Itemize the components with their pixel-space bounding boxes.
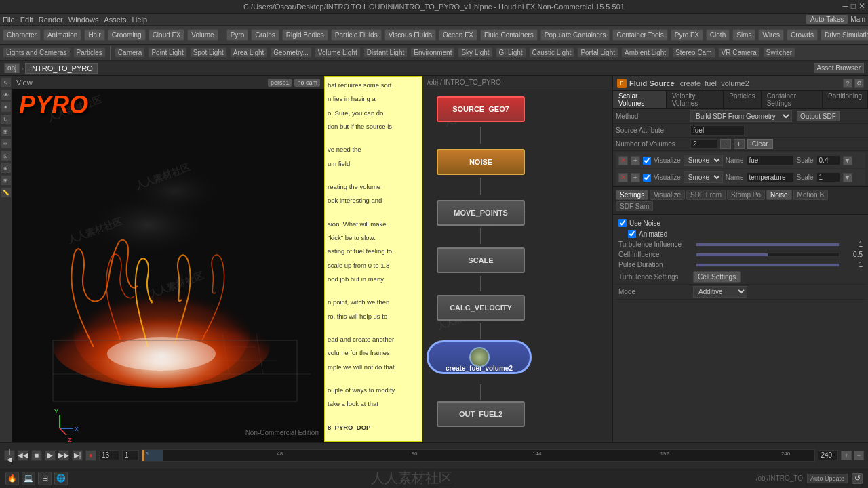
tab-particles[interactable]: Particles xyxy=(724,91,761,108)
vol1-expand-btn[interactable]: ▼ xyxy=(843,156,852,165)
point-light-btn[interactable]: Point Light xyxy=(148,47,186,58)
sub-tab-sdf-sam[interactable]: SDF Sam xyxy=(616,201,653,211)
vol2-visualize-dropdown[interactable]: Smoke Fire xyxy=(684,171,723,183)
menu-file[interactable]: File xyxy=(3,16,15,24)
end-frame-input[interactable] xyxy=(818,450,838,460)
cell-influence-track[interactable] xyxy=(696,253,840,257)
source-attr-input[interactable] xyxy=(690,125,745,136)
status-icon-2[interactable]: 💻 xyxy=(22,472,35,485)
start-frame-input[interactable] xyxy=(122,450,139,460)
status-icon-1[interactable]: 🔥 xyxy=(5,472,19,485)
shelf-particlefluids[interactable]: Particle Fluids xyxy=(331,29,382,41)
maximize-btn[interactable]: □ xyxy=(851,1,856,11)
tab-container-settings[interactable]: Container Settings xyxy=(762,91,823,108)
ambient-light-btn[interactable]: Ambient Light xyxy=(621,47,669,58)
switcher-btn[interactable]: Switcher xyxy=(763,47,795,58)
tl-prev-btn[interactable]: ◀◀ xyxy=(18,450,28,461)
tab-partitioning[interactable]: Partitioning xyxy=(823,91,868,108)
shelf-crowds[interactable]: Crowds xyxy=(787,29,818,41)
node-calc-velocity[interactable]: CALC_VELOCITY xyxy=(437,295,525,321)
shelf-volume[interactable]: Volume xyxy=(187,29,218,41)
tab-scalar-volumes[interactable]: Scalar Volumes xyxy=(613,91,667,108)
portal-light-btn[interactable]: Portal Light xyxy=(577,47,618,58)
shelf-pyro[interactable]: Pyro xyxy=(226,29,249,41)
minimize-btn[interactable]: ─ xyxy=(842,1,848,11)
auto-update-status[interactable]: Auto Update xyxy=(807,474,848,483)
auto-takes-btn[interactable]: Auto Takes xyxy=(806,15,848,24)
vol2-checkbox[interactable] xyxy=(643,174,651,182)
transform-tool[interactable]: ✦ xyxy=(1,102,12,113)
vol2-name-input[interactable] xyxy=(747,172,794,182)
method-dropdown[interactable]: Build SDF From Geometry xyxy=(690,110,792,122)
vol1-up-btn[interactable]: + xyxy=(631,156,640,165)
vol1-checkbox[interactable] xyxy=(643,157,651,165)
environment-btn[interactable]: Environment xyxy=(410,47,455,58)
num-volumes-minus[interactable]: − xyxy=(720,139,731,149)
clear-btn[interactable]: Clear xyxy=(747,139,773,149)
vol1-remove-btn[interactable]: ✕ xyxy=(618,156,628,165)
sky-light-btn[interactable]: Sky Light xyxy=(458,47,492,58)
sub-tab-stamp-po[interactable]: Stamp Po xyxy=(727,190,765,200)
sub-tab-noise[interactable]: Noise xyxy=(766,190,792,200)
tl-first-btn[interactable]: |◀ xyxy=(4,450,15,461)
shelf-rigidbodies[interactable]: Rigid Bodies xyxy=(282,29,328,41)
use-noise-checkbox[interactable] xyxy=(618,219,627,227)
sub-tab-sdf-from[interactable]: SDF From xyxy=(686,190,726,200)
scale-tool[interactable]: ⊞ xyxy=(1,126,12,137)
gi-light-btn[interactable]: GI Light xyxy=(496,47,526,58)
output-sdf-btn[interactable]: Output SDF xyxy=(797,111,840,121)
menu-edit[interactable]: Edit xyxy=(20,16,33,24)
tab-velocity-volumes[interactable]: Velocity Volumes xyxy=(667,91,724,108)
shelf-wires[interactable]: Wires xyxy=(758,29,784,41)
current-frame-input[interactable] xyxy=(99,450,119,460)
tl-next-btn[interactable]: ▶▶ xyxy=(58,450,69,461)
lights-cameras-btn[interactable]: Lights and Cameras xyxy=(3,47,71,58)
timeline-scrubber[interactable]: 13 48 96 144 192 240 xyxy=(142,449,815,462)
shelf-character[interactable]: Character xyxy=(3,29,41,41)
animated-checkbox[interactable] xyxy=(628,230,636,238)
node-move-points[interactable]: MOVE_POINTS xyxy=(437,200,525,226)
pivot-tool[interactable]: ⊕ xyxy=(1,163,12,174)
view-tool[interactable]: 👁 xyxy=(1,89,12,100)
shelf-hair[interactable]: Hair xyxy=(84,29,104,41)
tl-zoom-in[interactable]: + xyxy=(841,451,851,460)
vol1-visualize-dropdown[interactable]: Smoke Fire xyxy=(684,155,723,166)
vr-camera-btn[interactable]: VR Camera xyxy=(718,47,760,58)
shelf-cloth[interactable]: Cloth xyxy=(706,29,730,41)
turbulence-influence-track[interactable] xyxy=(696,243,840,247)
measure-tool[interactable]: 📏 xyxy=(1,187,12,198)
shelf-drivesim[interactable]: Drive Simulation xyxy=(821,29,868,41)
num-volumes-plus[interactable]: + xyxy=(734,139,745,149)
cell-settings-btn[interactable]: Cell Settings xyxy=(693,271,741,283)
rotate-tool[interactable]: ↻ xyxy=(1,114,12,125)
volume-light-btn[interactable]: Volume Light xyxy=(315,47,361,58)
sub-tab-visualize[interactable]: Visualize xyxy=(650,190,685,200)
node-graph[interactable]: /obj / INTRO_TO_PYRO 人人素材社区 人人素材社区 人人素材社… xyxy=(422,76,612,442)
shelf-sims[interactable]: Sims xyxy=(732,29,755,41)
shelf-viscousfluids[interactable]: Viscous Fluids xyxy=(384,29,436,41)
mode-dropdown[interactable]: Additive Multiply xyxy=(693,286,747,298)
menu-help[interactable]: Help xyxy=(132,16,147,24)
path-obj[interactable]: obj xyxy=(4,63,20,73)
tl-zoom-out[interactable]: − xyxy=(854,451,864,460)
asset-browser-btn[interactable]: Asset Browser xyxy=(814,63,864,73)
close-btn[interactable]: ✕ xyxy=(859,1,865,11)
mode-tag[interactable]: no cam xyxy=(294,79,320,87)
viewport[interactable]: PYRO View persp1 no cam 人人素材社区 人人素材社区 人人… xyxy=(12,76,324,442)
vol1-name-input[interactable] xyxy=(747,155,794,165)
sub-tab-settings[interactable]: Settings xyxy=(616,190,648,200)
props-help-btn[interactable]: ? xyxy=(843,79,852,88)
shelf-fluidcontainers[interactable]: Fluid Containers xyxy=(480,29,538,41)
camera-tag[interactable]: persp1 xyxy=(268,79,292,87)
menu-assets[interactable]: Assets xyxy=(104,16,126,24)
camera-btn[interactable]: Camera xyxy=(115,47,146,58)
shelf-grains[interactable]: Grains xyxy=(251,29,279,41)
shelf-containertools[interactable]: Container Tools xyxy=(612,29,667,41)
vol1-scale-input[interactable] xyxy=(816,155,840,165)
tl-stop-btn[interactable]: ■ xyxy=(31,450,42,461)
paint-tool[interactable]: ✏ xyxy=(1,138,12,149)
sub-tab-motion-b[interactable]: Motion B xyxy=(793,190,828,200)
path-current[interactable]: INTRO_TO_PYRO xyxy=(25,63,98,74)
tl-last-btn[interactable]: ▶| xyxy=(72,450,83,461)
status-icon-4[interactable]: 🌐 xyxy=(54,472,68,485)
